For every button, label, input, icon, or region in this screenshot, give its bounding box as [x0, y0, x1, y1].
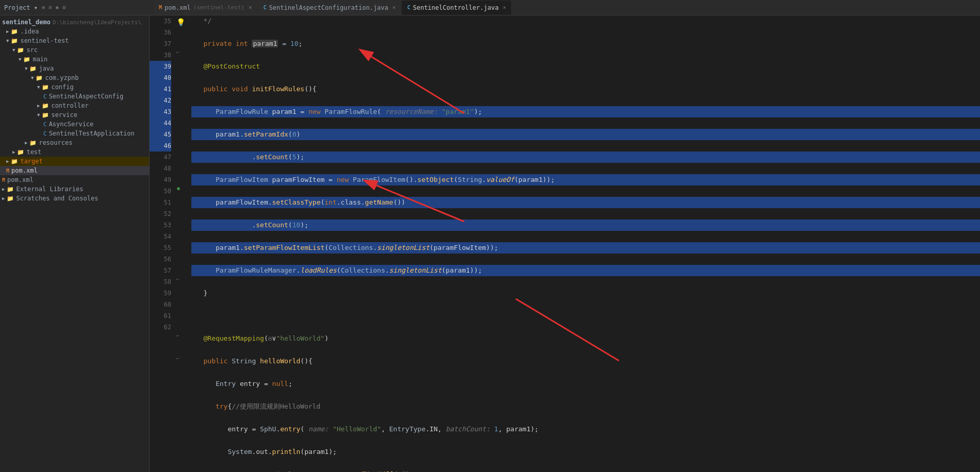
tab-aspect-label: SentinelAspectConfiguration.java: [269, 4, 388, 11]
code-line-36: private int param1 = 10;: [191, 38, 980, 49]
line-num-54: 54: [150, 231, 171, 242]
folder-expand-icon: ▶: [6, 29, 9, 34]
code-line-35: */: [191, 15, 980, 27]
folder-expand-icon8: ▶: [37, 103, 40, 108]
project-dropdown[interactable]: Project ▾: [4, 4, 38, 11]
tab-controller[interactable]: C SentinelController.java ×: [402, 1, 511, 15]
folder-expand-icon7: ▼: [37, 85, 40, 90]
sidebar: sentinel_demo D:\biancheng\IdeaProjects\…: [0, 15, 150, 472]
line-num-51: 51: [150, 197, 171, 208]
line-num-57: 57: [150, 265, 171, 276]
line-num-44: 44: [150, 117, 171, 129]
line-num-62: 62: [150, 322, 171, 333]
folder-expand-icon13: ▶: [2, 187, 5, 192]
code-content[interactable]: */ private int param1 = 10; @PostConstru…: [188, 15, 980, 472]
folder-expand-icon11: ▶: [12, 149, 15, 155]
editor-tabs: M pom.xml (sentinel-test) × C SentinelAs…: [154, 1, 976, 15]
xml-icon: M: [159, 5, 162, 10]
sidebar-item-sentinel-test[interactable]: ▼ 📁 sentinel-test: [0, 36, 149, 45]
toolbar-icons: ⊕ ≡ ✱ ⚙: [42, 4, 66, 11]
line-num-36: 36: [150, 27, 171, 38]
folder-expand-icon2: ▼: [6, 38, 9, 43]
sidebar-item-idea[interactable]: ▶ 📁 .idea: [0, 27, 149, 36]
java-icon-app: C: [43, 130, 47, 137]
gutter-39: 💡: [175, 15, 188, 27]
fold-38[interactable]: ⌐: [176, 49, 179, 55]
sidebar-item-resources[interactable]: ▶ 📁 resources: [0, 138, 149, 147]
sidebar-item-java[interactable]: ▼ 📁 java: [0, 64, 149, 73]
fold-59[interactable]: ⌐: [176, 356, 179, 361]
line-numbers: 35 36 37 38 39 40 41 42 43 44 45 46 47 4…: [150, 15, 175, 472]
code-line-39: ParamFlowRule param1 = new ParamFlowRule…: [191, 106, 980, 117]
folder-icon4: 📁: [23, 56, 30, 63]
line-num-55: 55: [150, 242, 171, 254]
tab-controller-label: SentinelController.java: [413, 4, 498, 11]
sidebar-item-com-yzpnb[interactable]: ▼ 📁 com.yzpnb: [0, 73, 149, 82]
folder-icon13: 📁: [7, 186, 14, 193]
code-line-40: param1.setParamIdx(0): [191, 129, 980, 140]
sidebar-item-config[interactable]: ▼ 📁 config: [0, 82, 149, 92]
code-line-49: @RequestMapping(☉∨"helloWorld"): [191, 333, 980, 344]
tab-pom-subtitle: (sentinel-test): [193, 4, 244, 11]
line-num-49: 49: [150, 174, 171, 186]
line-num-37: 37: [150, 38, 171, 49]
folder-expand-icon3: ▼: [12, 47, 15, 53]
sidebar-item-src[interactable]: ▼ 📁 src: [0, 45, 149, 55]
code-line-50: public String helloWorld(){: [191, 356, 980, 367]
tab-aspect-close[interactable]: ×: [393, 4, 396, 11]
line-num-43: 43: [150, 106, 171, 117]
folder-expand-icon5: ▼: [25, 66, 27, 71]
sidebar-item-sentinel-aspect-config[interactable]: C SentinelAspectConfig: [0, 92, 149, 101]
code-line-41: .setCount(5);: [191, 151, 980, 163]
line-num-61: 61: [150, 310, 171, 322]
run-icon: ●: [177, 186, 180, 191]
sidebar-item-pom-xml-outer[interactable]: M pom.xml: [0, 175, 149, 184]
top-bar: Project ▾ ⊕ ≡ ✱ ⚙ M pom.xml (sentinel-te…: [0, 0, 980, 15]
sidebar-item-async-service[interactable]: C AsyncService: [0, 120, 149, 129]
tab-pom-xml[interactable]: M pom.xml (sentinel-test) ×: [154, 1, 257, 15]
sidebar-item-external-libs[interactable]: ▶ 📁 External Libraries: [0, 184, 149, 194]
folder-icon10: 📁: [29, 140, 37, 146]
fold-52[interactable]: ⌐: [176, 276, 179, 282]
sidebar-item-service-folder[interactable]: ▼ 📁 service: [0, 110, 149, 120]
sidebar-item-main[interactable]: ▼ 📁 main: [0, 55, 149, 64]
code-editor[interactable]: 35 36 37 38 39 40 41 42 43 44 45 46 47 4…: [150, 15, 980, 472]
gutter-fold-38: [175, 27, 188, 38]
tab-pom-close[interactable]: ×: [249, 4, 252, 11]
folder-icon7: 📁: [42, 84, 49, 91]
line-num-53: 53: [150, 220, 171, 231]
line-num-56: 56: [150, 254, 171, 265]
code-line-37: @PostConstruct: [191, 61, 980, 72]
sidebar-item-sentinel-test-app[interactable]: C SentinelTestApplication: [0, 129, 149, 138]
line-num-35: 35: [150, 15, 171, 27]
folder-expand-icon14: ▶: [2, 196, 5, 201]
tab-pom-label: pom.xml: [165, 4, 191, 11]
line-num-58: 58: [150, 276, 171, 288]
editor-area: 35 36 37 38 39 40 41 42 43 44 45 46 47 4…: [150, 15, 980, 472]
fold-56[interactable]: ⌐: [176, 333, 179, 339]
code-line-54: System.out.println(param1);: [191, 446, 980, 458]
code-line-52: try{//使用限流规则HelloWorld: [191, 401, 980, 412]
sidebar-item-test[interactable]: ▶ 📁 test: [0, 147, 149, 157]
sidebar-item-target[interactable]: ▶ 📁 target: [0, 157, 149, 166]
sidebar-label-target: target: [20, 158, 42, 165]
folder-expand-icon12: ▶: [6, 159, 9, 164]
line-num-50: 50: [150, 186, 171, 197]
sidebar-label-pom-outer: pom.xml: [7, 176, 34, 183]
sidebar-label-src: src: [26, 46, 38, 54]
sidebar-project-header: sentinel_demo D:\biancheng\IdeaProjects\: [0, 18, 149, 27]
sidebar-label-service: service: [51, 111, 77, 119]
bulb-icon: 💡: [176, 16, 185, 28]
folder-icon12: 📁: [11, 158, 18, 165]
sidebar-label-sentinel-aspect: SentinelAspectConfig: [49, 93, 124, 100]
sidebar-item-controller-folder[interactable]: ▶ 📁 controller: [0, 101, 149, 110]
line-num-46: 46: [150, 140, 171, 151]
xml-icon-pom: M: [6, 168, 9, 174]
top-bar-left: Project ▾ ⊕ ≡ ✱ ⚙: [4, 4, 154, 11]
tab-aspect[interactable]: C SentinelAspectConfiguration.java ×: [258, 1, 401, 15]
folder-expand-icon10: ▶: [25, 140, 27, 145]
tab-controller-close[interactable]: ×: [503, 4, 507, 11]
line-num-40: 40: [150, 72, 171, 83]
sidebar-item-scratches[interactable]: ▶ 📁 Scratches and Consoles: [0, 194, 149, 203]
sidebar-item-pom-xml-inner[interactable]: M pom.xml: [0, 166, 149, 175]
